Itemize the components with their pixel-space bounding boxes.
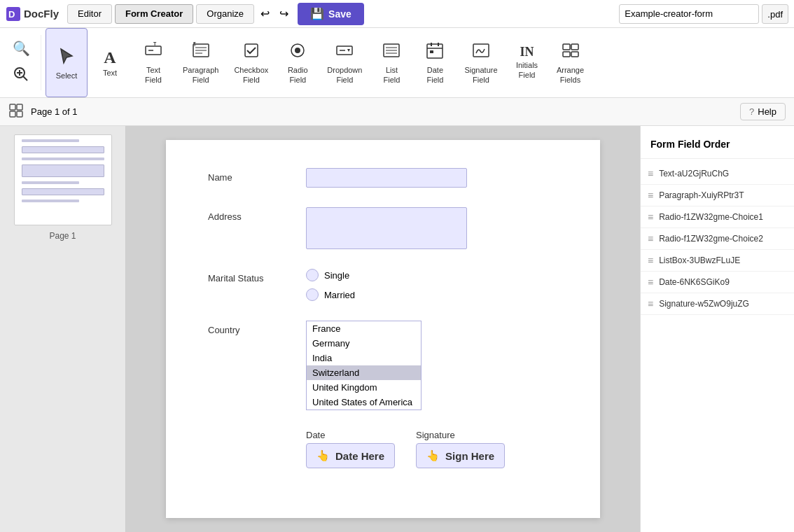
drag-icon: ≡ bbox=[648, 190, 653, 201]
svg-rect-33 bbox=[571, 52, 578, 57]
document-page: Name Address Marital Status bbox=[166, 140, 600, 518]
field-order-title: Form Field Order bbox=[641, 134, 794, 159]
svg-text:T: T bbox=[153, 41, 157, 46]
svg-line-3 bbox=[23, 76, 27, 80]
save-button[interactable]: 💾 Save bbox=[298, 3, 364, 25]
svg-text:¶: ¶ bbox=[193, 41, 196, 47]
redo-button[interactable]: ↪ bbox=[276, 6, 292, 22]
thumbnail-panel: Page 1 bbox=[0, 126, 126, 532]
marital-status-row: Marital Status Single Married bbox=[208, 269, 558, 301]
canvas-area: Name Address Marital Status bbox=[126, 126, 640, 532]
svg-rect-24 bbox=[427, 44, 443, 58]
save-icon: 💾 bbox=[310, 7, 324, 20]
svg-rect-28 bbox=[430, 50, 433, 53]
pages-grid-button[interactable] bbox=[8, 103, 24, 120]
date-label: Date bbox=[306, 430, 395, 440]
initials-field-tool[interactable]: IN InitialsField bbox=[506, 28, 548, 97]
list-item[interactable]: India bbox=[307, 351, 421, 365]
logo: D DocFly bbox=[6, 6, 59, 22]
help-icon: ? bbox=[749, 106, 754, 117]
text-tool[interactable]: A Text bbox=[89, 28, 131, 97]
field-order-item[interactable]: ≡Text-aU2GjRuChG bbox=[641, 163, 794, 185]
drag-icon: ≡ bbox=[648, 233, 653, 244]
form-creator-tab[interactable]: Form Creator bbox=[115, 4, 193, 24]
radio-field-label: RadioField bbox=[288, 66, 308, 84]
date-sig-field: Date 👆 Date Here Signature 👆 Sign Here bbox=[306, 430, 558, 468]
drag-icon: ≡ bbox=[648, 168, 653, 179]
married-radio-item[interactable]: Married bbox=[306, 288, 558, 301]
text-field-label: TextField bbox=[145, 66, 162, 84]
svg-rect-31 bbox=[571, 44, 578, 50]
radio-field-tool[interactable]: RadioField bbox=[277, 28, 319, 97]
single-radio-item[interactable]: Single bbox=[306, 269, 558, 281]
zoom-in-icon bbox=[13, 66, 29, 85]
help-button[interactable]: ? Help bbox=[740, 103, 786, 120]
text-field-tool[interactable]: T TextField bbox=[132, 28, 174, 97]
svg-rect-34 bbox=[10, 104, 15, 110]
name-field bbox=[306, 168, 558, 188]
paragraph-field-label: ParagraphField bbox=[183, 66, 218, 84]
field-order-item[interactable]: ≡ListBox-3UBwzFLuJE bbox=[641, 250, 794, 272]
address-label: Address bbox=[208, 207, 292, 222]
date-group: Date 👆 Date Here bbox=[306, 430, 395, 468]
signature-field-tool[interactable]: SignatureField bbox=[457, 28, 504, 97]
zoom-out-button[interactable]: 🔍 bbox=[8, 37, 34, 59]
list-item[interactable]: France bbox=[307, 321, 421, 336]
date-field-tool[interactable]: DateField bbox=[414, 28, 456, 97]
dropdown-field-icon bbox=[335, 41, 354, 63]
list-item[interactable]: Germany bbox=[307, 336, 421, 351]
list-item[interactable]: Switzerland bbox=[307, 365, 421, 380]
name-text-field[interactable] bbox=[306, 168, 467, 188]
date-field-label: DateField bbox=[427, 66, 444, 84]
dropdown-field-label: DropdownField bbox=[327, 66, 362, 84]
address-field bbox=[306, 207, 558, 249]
field-order-item[interactable]: ≡Radio-f1ZW32gme-Choice2 bbox=[641, 228, 794, 250]
marital-status-field: Single Married bbox=[306, 269, 558, 301]
field-order-item[interactable]: ≡Paragraph-XuiyRPtr3T bbox=[641, 185, 794, 206]
main-area: Page 1 Name Address Marital Status bbox=[0, 126, 794, 532]
field-order-item-label: Radio-f1ZW32gme-Choice1 bbox=[659, 212, 763, 222]
arrange-fields-icon bbox=[561, 41, 580, 63]
list-field-icon bbox=[382, 41, 401, 63]
country-listbox[interactable]: FranceGermanyIndiaSwitzerlandUnited King… bbox=[306, 321, 422, 410]
paragraph-field-tool[interactable]: ¶ ParagraphField bbox=[176, 28, 225, 97]
editor-tab[interactable]: Editor bbox=[67, 4, 112, 24]
pdf-extension-label: .pdf bbox=[762, 4, 788, 24]
signature-button[interactable]: 👆 Sign Here bbox=[416, 443, 505, 468]
list-item[interactable]: United States of America bbox=[307, 395, 421, 410]
country-label: Country bbox=[208, 321, 292, 335]
date-signature-row: Date 👆 Date Here Signature 👆 Sign Here bbox=[208, 430, 558, 468]
checkbox-field-tool[interactable]: CheckboxField bbox=[227, 28, 275, 97]
zoom-in-button[interactable] bbox=[8, 64, 34, 88]
field-order-item[interactable]: ≡Date-6NK6SGiKo9 bbox=[641, 272, 794, 293]
arrange-fields-tool[interactable]: ArrangeFields bbox=[550, 28, 592, 97]
svg-point-17 bbox=[295, 48, 300, 53]
list-item[interactable]: United Kingdom bbox=[307, 380, 421, 395]
select-tool[interactable]: Select bbox=[46, 28, 88, 97]
field-order-item[interactable]: ≡Signature-w5ZwO9juZG bbox=[641, 293, 794, 315]
name-row: Name bbox=[208, 168, 558, 188]
svg-rect-35 bbox=[17, 104, 22, 110]
signature-field-label: SignatureField bbox=[464, 66, 497, 84]
address-para-field[interactable] bbox=[306, 207, 467, 249]
drag-icon: ≡ bbox=[648, 211, 653, 223]
svg-rect-15 bbox=[245, 44, 258, 57]
empty-label bbox=[208, 430, 292, 434]
dropdown-field-tool[interactable]: DropdownField bbox=[320, 28, 369, 97]
date-sig-row: Date 👆 Date Here Signature 👆 Sign Here bbox=[306, 430, 558, 468]
zoom-out-icon: 🔍 bbox=[13, 40, 30, 57]
date-button[interactable]: 👆 Date Here bbox=[306, 443, 395, 468]
svg-rect-30 bbox=[563, 44, 570, 50]
undo-button[interactable]: ↩ bbox=[257, 6, 273, 22]
organize-tab[interactable]: Organize bbox=[196, 4, 254, 24]
married-radio-circle bbox=[306, 288, 319, 301]
field-order-item[interactable]: ≡Radio-f1ZW32gme-Choice1 bbox=[641, 206, 794, 228]
svg-text:D: D bbox=[8, 9, 15, 20]
thumbnail-label: Page 1 bbox=[8, 231, 117, 241]
page-thumbnail[interactable] bbox=[14, 134, 112, 225]
list-field-tool[interactable]: ListField bbox=[370, 28, 412, 97]
logo-icon: D bbox=[6, 6, 21, 22]
filename-input[interactable] bbox=[619, 4, 759, 24]
date-btn-label: Date Here bbox=[335, 450, 384, 462]
arrange-fields-label: ArrangeFields bbox=[557, 66, 584, 84]
